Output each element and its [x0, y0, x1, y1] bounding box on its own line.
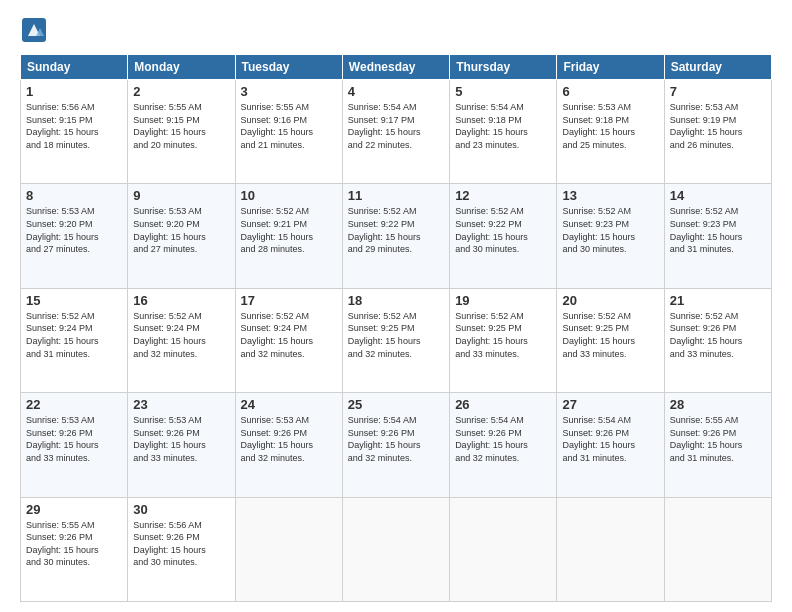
calendar-cell: 25Sunrise: 5:54 AM Sunset: 9:26 PM Dayli… [342, 393, 449, 497]
calendar-cell: 21Sunrise: 5:52 AM Sunset: 9:26 PM Dayli… [664, 288, 771, 392]
day-info: Sunrise: 5:53 AM Sunset: 9:19 PM Dayligh… [670, 101, 766, 151]
day-number: 25 [348, 397, 444, 412]
day-info: Sunrise: 5:52 AM Sunset: 9:24 PM Dayligh… [133, 310, 229, 360]
day-info: Sunrise: 5:53 AM Sunset: 9:26 PM Dayligh… [26, 414, 122, 464]
weekday-header-sunday: Sunday [21, 55, 128, 80]
calendar-week-row: 1Sunrise: 5:56 AM Sunset: 9:15 PM Daylig… [21, 80, 772, 184]
day-info: Sunrise: 5:53 AM Sunset: 9:18 PM Dayligh… [562, 101, 658, 151]
day-info: Sunrise: 5:54 AM Sunset: 9:18 PM Dayligh… [455, 101, 551, 151]
day-info: Sunrise: 5:55 AM Sunset: 9:15 PM Dayligh… [133, 101, 229, 151]
day-info: Sunrise: 5:52 AM Sunset: 9:25 PM Dayligh… [348, 310, 444, 360]
calendar-cell: 27Sunrise: 5:54 AM Sunset: 9:26 PM Dayli… [557, 393, 664, 497]
day-number: 8 [26, 188, 122, 203]
day-info: Sunrise: 5:52 AM Sunset: 9:23 PM Dayligh… [670, 205, 766, 255]
calendar-cell: 20Sunrise: 5:52 AM Sunset: 9:25 PM Dayli… [557, 288, 664, 392]
calendar-cell: 30Sunrise: 5:56 AM Sunset: 9:26 PM Dayli… [128, 497, 235, 601]
calendar-cell: 22Sunrise: 5:53 AM Sunset: 9:26 PM Dayli… [21, 393, 128, 497]
calendar-cell: 3Sunrise: 5:55 AM Sunset: 9:16 PM Daylig… [235, 80, 342, 184]
calendar-cell: 1Sunrise: 5:56 AM Sunset: 9:15 PM Daylig… [21, 80, 128, 184]
day-number: 27 [562, 397, 658, 412]
day-info: Sunrise: 5:54 AM Sunset: 9:26 PM Dayligh… [348, 414, 444, 464]
day-info: Sunrise: 5:53 AM Sunset: 9:20 PM Dayligh… [26, 205, 122, 255]
day-info: Sunrise: 5:55 AM Sunset: 9:26 PM Dayligh… [26, 519, 122, 569]
day-info: Sunrise: 5:53 AM Sunset: 9:20 PM Dayligh… [133, 205, 229, 255]
calendar-table: SundayMondayTuesdayWednesdayThursdayFrid… [20, 54, 772, 602]
weekday-header-row: SundayMondayTuesdayWednesdayThursdayFrid… [21, 55, 772, 80]
day-info: Sunrise: 5:54 AM Sunset: 9:17 PM Dayligh… [348, 101, 444, 151]
day-number: 6 [562, 84, 658, 99]
day-number: 11 [348, 188, 444, 203]
day-number: 2 [133, 84, 229, 99]
weekday-header-saturday: Saturday [664, 55, 771, 80]
calendar-cell: 12Sunrise: 5:52 AM Sunset: 9:22 PM Dayli… [450, 184, 557, 288]
calendar-cell: 17Sunrise: 5:52 AM Sunset: 9:24 PM Dayli… [235, 288, 342, 392]
calendar-cell: 11Sunrise: 5:52 AM Sunset: 9:22 PM Dayli… [342, 184, 449, 288]
calendar-week-row: 29Sunrise: 5:55 AM Sunset: 9:26 PM Dayli… [21, 497, 772, 601]
calendar-page: SundayMondayTuesdayWednesdayThursdayFrid… [0, 0, 792, 612]
day-info: Sunrise: 5:52 AM Sunset: 9:24 PM Dayligh… [26, 310, 122, 360]
day-number: 16 [133, 293, 229, 308]
calendar-cell [557, 497, 664, 601]
day-number: 9 [133, 188, 229, 203]
calendar-cell: 9Sunrise: 5:53 AM Sunset: 9:20 PM Daylig… [128, 184, 235, 288]
calendar-cell: 14Sunrise: 5:52 AM Sunset: 9:23 PM Dayli… [664, 184, 771, 288]
day-number: 10 [241, 188, 337, 203]
calendar-cell: 13Sunrise: 5:52 AM Sunset: 9:23 PM Dayli… [557, 184, 664, 288]
day-number: 22 [26, 397, 122, 412]
logo [20, 16, 52, 44]
day-info: Sunrise: 5:53 AM Sunset: 9:26 PM Dayligh… [241, 414, 337, 464]
day-info: Sunrise: 5:54 AM Sunset: 9:26 PM Dayligh… [562, 414, 658, 464]
day-number: 21 [670, 293, 766, 308]
day-number: 26 [455, 397, 551, 412]
day-number: 1 [26, 84, 122, 99]
day-number: 19 [455, 293, 551, 308]
calendar-cell [450, 497, 557, 601]
calendar-cell: 4Sunrise: 5:54 AM Sunset: 9:17 PM Daylig… [342, 80, 449, 184]
logo-icon [20, 16, 48, 44]
day-info: Sunrise: 5:56 AM Sunset: 9:15 PM Dayligh… [26, 101, 122, 151]
calendar-cell: 19Sunrise: 5:52 AM Sunset: 9:25 PM Dayli… [450, 288, 557, 392]
day-info: Sunrise: 5:52 AM Sunset: 9:25 PM Dayligh… [455, 310, 551, 360]
weekday-header-monday: Monday [128, 55, 235, 80]
calendar-cell [664, 497, 771, 601]
calendar-week-row: 22Sunrise: 5:53 AM Sunset: 9:26 PM Dayli… [21, 393, 772, 497]
day-info: Sunrise: 5:52 AM Sunset: 9:22 PM Dayligh… [455, 205, 551, 255]
calendar-cell: 16Sunrise: 5:52 AM Sunset: 9:24 PM Dayli… [128, 288, 235, 392]
calendar-cell: 23Sunrise: 5:53 AM Sunset: 9:26 PM Dayli… [128, 393, 235, 497]
day-number: 23 [133, 397, 229, 412]
day-info: Sunrise: 5:52 AM Sunset: 9:23 PM Dayligh… [562, 205, 658, 255]
calendar-cell: 28Sunrise: 5:55 AM Sunset: 9:26 PM Dayli… [664, 393, 771, 497]
day-number: 12 [455, 188, 551, 203]
calendar-cell: 15Sunrise: 5:52 AM Sunset: 9:24 PM Dayli… [21, 288, 128, 392]
calendar-cell: 18Sunrise: 5:52 AM Sunset: 9:25 PM Dayli… [342, 288, 449, 392]
calendar-week-row: 8Sunrise: 5:53 AM Sunset: 9:20 PM Daylig… [21, 184, 772, 288]
day-info: Sunrise: 5:55 AM Sunset: 9:26 PM Dayligh… [670, 414, 766, 464]
weekday-header-tuesday: Tuesday [235, 55, 342, 80]
day-number: 7 [670, 84, 766, 99]
calendar-cell [235, 497, 342, 601]
calendar-cell: 6Sunrise: 5:53 AM Sunset: 9:18 PM Daylig… [557, 80, 664, 184]
day-number: 30 [133, 502, 229, 517]
day-number: 17 [241, 293, 337, 308]
calendar-week-row: 15Sunrise: 5:52 AM Sunset: 9:24 PM Dayli… [21, 288, 772, 392]
calendar-cell: 24Sunrise: 5:53 AM Sunset: 9:26 PM Dayli… [235, 393, 342, 497]
day-number: 5 [455, 84, 551, 99]
calendar-cell: 29Sunrise: 5:55 AM Sunset: 9:26 PM Dayli… [21, 497, 128, 601]
day-number: 3 [241, 84, 337, 99]
day-number: 18 [348, 293, 444, 308]
day-number: 28 [670, 397, 766, 412]
day-info: Sunrise: 5:52 AM Sunset: 9:26 PM Dayligh… [670, 310, 766, 360]
calendar-cell: 26Sunrise: 5:54 AM Sunset: 9:26 PM Dayli… [450, 393, 557, 497]
day-number: 15 [26, 293, 122, 308]
calendar-cell: 2Sunrise: 5:55 AM Sunset: 9:15 PM Daylig… [128, 80, 235, 184]
calendar-cell: 10Sunrise: 5:52 AM Sunset: 9:21 PM Dayli… [235, 184, 342, 288]
calendar-cell: 8Sunrise: 5:53 AM Sunset: 9:20 PM Daylig… [21, 184, 128, 288]
calendar-cell: 7Sunrise: 5:53 AM Sunset: 9:19 PM Daylig… [664, 80, 771, 184]
day-info: Sunrise: 5:52 AM Sunset: 9:22 PM Dayligh… [348, 205, 444, 255]
weekday-header-wednesday: Wednesday [342, 55, 449, 80]
day-info: Sunrise: 5:53 AM Sunset: 9:26 PM Dayligh… [133, 414, 229, 464]
day-number: 20 [562, 293, 658, 308]
day-info: Sunrise: 5:52 AM Sunset: 9:25 PM Dayligh… [562, 310, 658, 360]
header [20, 16, 772, 44]
calendar-cell: 5Sunrise: 5:54 AM Sunset: 9:18 PM Daylig… [450, 80, 557, 184]
